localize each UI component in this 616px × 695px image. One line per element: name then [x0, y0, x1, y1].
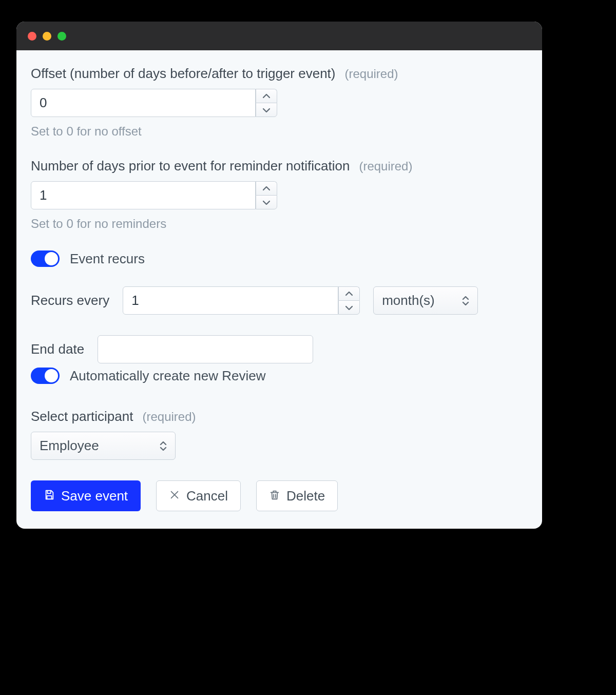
save-button-label: Save event: [61, 488, 128, 504]
recurs-toggle-label: Event recurs: [70, 251, 145, 267]
delete-button-label: Delete: [286, 488, 325, 504]
auto-review-toggle[interactable]: [31, 368, 60, 384]
app-window: Offset (number of days before/after to t…: [16, 22, 542, 529]
auto-review-row: Automatically create new Review: [31, 368, 528, 384]
reminder-hint: Set to 0 for no reminders: [31, 217, 528, 231]
form-body: Offset (number of days before/after to t…: [16, 50, 542, 529]
recurs-toggle-row: Event recurs: [31, 250, 528, 267]
offset-step-down[interactable]: [256, 103, 277, 117]
recurs-every-row: Recurs every month(s): [31, 286, 528, 315]
offset-label: Offset (number of days before/after to t…: [31, 66, 335, 82]
cancel-button-label: Cancel: [186, 488, 228, 504]
reminder-step-down[interactable]: [256, 195, 277, 209]
action-bar: Save event Cancel Delete: [31, 480, 528, 511]
save-button[interactable]: Save event: [31, 480, 141, 511]
recurs-every-input[interactable]: [123, 286, 338, 315]
reminder-label: Number of days prior to event for remind…: [31, 158, 350, 174]
delete-button[interactable]: Delete: [256, 480, 338, 511]
close-icon: [169, 488, 180, 504]
window-zoom-icon[interactable]: [57, 32, 66, 41]
offset-required-tag: (required): [344, 67, 398, 81]
offset-field: Offset (number of days before/after to t…: [31, 66, 528, 139]
reminder-input[interactable]: [31, 181, 256, 209]
recurs-unit-select[interactable]: month(s): [373, 286, 478, 315]
reminder-required-tag: (required): [359, 159, 412, 173]
reminder-field: Number of days prior to event for remind…: [31, 158, 528, 231]
participant-select[interactable]: Employee: [31, 432, 176, 460]
recurs-every-step-down[interactable]: [338, 300, 360, 315]
recurs-unit-value: month(s): [382, 293, 435, 308]
save-icon: [44, 488, 55, 504]
participant-field: Select participant (required) Employee: [31, 409, 528, 460]
offset-input[interactable]: [31, 89, 256, 117]
select-chevron-icon: [160, 441, 167, 451]
end-date-label: End date: [31, 341, 84, 357]
trash-icon: [269, 488, 280, 504]
participant-required-tag: (required): [142, 410, 196, 424]
end-date-row: End date: [31, 335, 528, 363]
toggle-knob-icon: [45, 369, 58, 382]
titlebar: [16, 22, 542, 50]
offset-hint: Set to 0 for no offset: [31, 124, 528, 139]
participant-label: Select participant: [31, 409, 133, 424]
recurs-toggle[interactable]: [31, 250, 60, 267]
end-date-input[interactable]: [98, 335, 313, 363]
toggle-knob-icon: [45, 252, 58, 265]
recurs-every-step-up[interactable]: [338, 286, 360, 300]
participant-value: Employee: [40, 438, 99, 454]
offset-step-up[interactable]: [256, 89, 277, 103]
reminder-step-up[interactable]: [256, 181, 277, 195]
recurs-every-label: Recurs every: [31, 293, 109, 308]
window-minimize-icon[interactable]: [43, 32, 51, 41]
window-close-icon[interactable]: [28, 32, 36, 41]
auto-review-label: Automatically create new Review: [70, 368, 266, 384]
cancel-button[interactable]: Cancel: [156, 480, 241, 511]
select-chevron-icon: [462, 296, 469, 305]
